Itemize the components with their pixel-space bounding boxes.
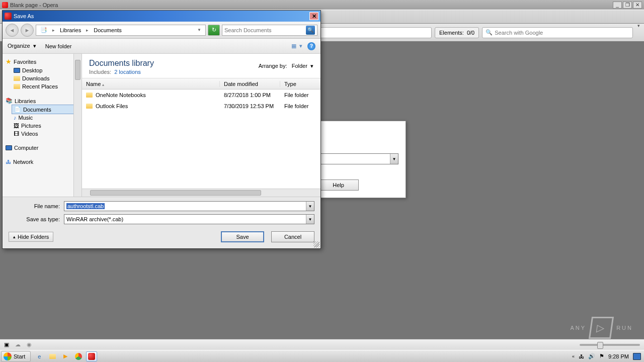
documents-icon: 📄: [14, 106, 21, 113]
tray-volume-icon[interactable]: 🔊: [588, 353, 595, 359]
save-as-navbar: ◄ ► 📑 ▸ Libraries ▸ Documents ▼ ↻ 🔍: [3, 22, 320, 39]
help-icon[interactable]: ?: [307, 42, 315, 50]
elements-count: 0/0: [467, 30, 474, 36]
hide-folders-button[interactable]: ▴Hide Folders: [9, 232, 53, 242]
tray-expand-icon[interactable]: «: [572, 354, 575, 359]
breadcrumb-libraries[interactable]: Libraries: [58, 27, 83, 33]
chevron-down-icon: ▼: [390, 154, 398, 164]
watermark: ANY ▷ RUN: [571, 317, 633, 339]
cloud-icon[interactable]: ☁: [15, 341, 21, 348]
system-tray: « 🖧 🔊 ⚑ 9:28 PM: [569, 353, 644, 360]
sidebar-network[interactable]: 🖧Network: [3, 158, 82, 166]
sidebar-videos[interactable]: 🎞Videos: [3, 130, 82, 138]
google-search-box[interactable]: 🔍: [482, 27, 633, 38]
column-type[interactable]: Type: [280, 81, 320, 87]
file-row[interactable]: Outlook Files 7/30/2019 12:53 PM File fo…: [82, 101, 320, 112]
sidebar-computer[interactable]: Computer: [3, 144, 82, 152]
includes-link[interactable]: 2 locations: [114, 69, 141, 75]
file-row[interactable]: OneNote Notebooks 8/27/2018 1:00 PM File…: [82, 89, 320, 101]
chevron-down-icon[interactable]: ▼: [306, 202, 314, 211]
chevron-up-icon: ▴: [13, 234, 16, 239]
back-button[interactable]: ◄: [6, 24, 19, 37]
sidebar-favorites[interactable]: ★Favorites: [3, 57, 82, 66]
sidebar-libraries[interactable]: 📚Libraries: [3, 97, 82, 105]
chevron-down-icon[interactable]: ▼: [306, 215, 314, 224]
google-search-input[interactable]: [495, 30, 629, 36]
save-as-title: Save As: [14, 13, 34, 19]
clock[interactable]: 9:28 PM: [608, 353, 629, 359]
new-folder-button[interactable]: New folder: [45, 43, 72, 49]
column-name[interactable]: Name ▴: [82, 81, 220, 87]
libraries-icon: 📚: [6, 98, 13, 104]
zoom-slider[interactable]: [580, 344, 640, 346]
sidebar-music[interactable]: ♪Music: [3, 114, 82, 122]
organize-button[interactable]: Organize ▾: [8, 43, 36, 49]
folder-icon: [14, 76, 20, 81]
music-icon: ♪: [14, 115, 17, 121]
star-icon: ★: [6, 58, 12, 65]
save-as-toolbar: Organize ▾ New folder ▦ ▾ ?: [3, 39, 320, 54]
savetype-label: Save as type:: [9, 216, 64, 222]
horizontal-scrollbar[interactable]: [82, 189, 320, 197]
close-button[interactable]: ✕: [633, 2, 642, 9]
forward-button[interactable]: ►: [21, 24, 34, 37]
sidebar-desktop[interactable]: Desktop: [3, 66, 82, 74]
window-title: Blank page - Opera: [10, 2, 58, 8]
search-box[interactable]: 🔍: [222, 25, 317, 36]
taskbar-media[interactable]: ▶: [60, 351, 71, 361]
close-button[interactable]: ✕: [309, 12, 318, 20]
download-help-button[interactable]: Help: [318, 179, 359, 191]
arrange-button[interactable]: Folder ▾: [292, 63, 313, 69]
chevron-right-icon: ▸: [50, 28, 57, 33]
view-button[interactable]: ▦ ▾: [291, 43, 302, 49]
refresh-button[interactable]: ↻: [208, 25, 220, 36]
taskbar-explorer[interactable]: [47, 351, 58, 361]
elements-label: Elements:: [439, 30, 464, 36]
minimize-button[interactable]: _: [613, 2, 622, 9]
sidebar: ★Favorites Desktop Downloads Recent Plac…: [3, 54, 82, 197]
panel-icon[interactable]: ▣: [4, 341, 9, 348]
panel-toggle-icon[interactable]: ▾: [635, 22, 642, 30]
play-icon: ▷: [589, 317, 614, 339]
file-list-pane: Documents library Includes: 2 locations …: [82, 54, 320, 197]
chevron-down-icon[interactable]: ▼: [195, 28, 203, 32]
savetype-select[interactable]: WinRAR archive(*.cab)▼: [64, 214, 314, 224]
start-button[interactable]: Start: [1, 351, 31, 362]
sidebar-recent[interactable]: Recent Places: [3, 82, 82, 90]
pictures-icon: 🖼: [14, 123, 19, 129]
show-desktop-button[interactable]: [633, 353, 641, 360]
taskbar-chrome[interactable]: [73, 351, 84, 361]
breadcrumb-documents[interactable]: Documents: [92, 27, 124, 33]
maximize-button[interactable]: ❐: [623, 2, 632, 9]
taskbar-opera[interactable]: [86, 351, 97, 361]
sidebar-scrollbar[interactable]: [73, 54, 82, 197]
camera-icon[interactable]: ◉: [27, 341, 32, 348]
folder-icon: [86, 104, 93, 109]
search-icon[interactable]: 🔍: [306, 26, 315, 35]
opera-icon: [2, 2, 8, 8]
chevron-right-icon: ▸: [84, 28, 91, 33]
folder-icon: [49, 354, 56, 359]
includes-label: Includes:: [89, 69, 111, 75]
sidebar-pictures[interactable]: 🖼Pictures: [3, 122, 82, 130]
windows-icon: [4, 352, 12, 360]
sidebar-documents[interactable]: 📄Documents: [12, 105, 74, 114]
taskbar-ie[interactable]: e: [34, 351, 45, 361]
sidebar-downloads[interactable]: Downloads: [3, 74, 82, 82]
opera-statusbar: ▣ ☁ ◉: [0, 339, 644, 350]
column-date[interactable]: Date modified: [220, 81, 280, 87]
search-input[interactable]: [224, 27, 306, 33]
cancel-button[interactable]: Cancel: [271, 231, 314, 242]
column-headers: Name ▴ Date modified Type: [82, 78, 320, 89]
save-button[interactable]: Save: [221, 231, 264, 242]
folder-icon: [14, 84, 20, 89]
breadcrumb[interactable]: 📑 ▸ Libraries ▸ Documents ▼: [36, 25, 206, 36]
save-as-titlebar: Save As ✕: [3, 11, 320, 22]
taskbar: Start e ▶ « 🖧 🔊 ⚑ 9:28 PM: [0, 350, 644, 362]
filename-input[interactable]: authrootstl.cab▼: [64, 201, 314, 211]
resize-grip[interactable]: [313, 241, 319, 247]
tray-network-icon[interactable]: 🖧: [579, 353, 584, 359]
folder-icon: 📑: [38, 27, 49, 33]
tray-flag-icon[interactable]: ⚑: [599, 353, 604, 359]
videos-icon: 🎞: [14, 131, 19, 137]
